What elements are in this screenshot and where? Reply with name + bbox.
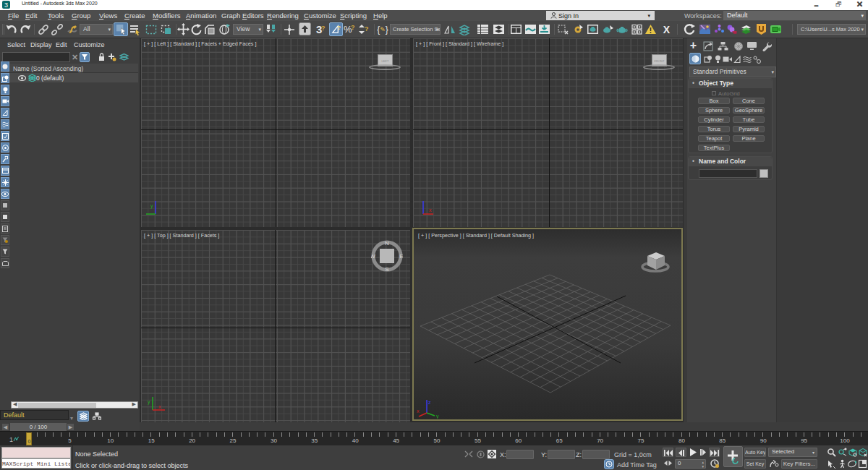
svg-text:1: 1 xyxy=(9,436,13,443)
svg-text:?: ? xyxy=(351,24,355,31)
svg-text:z: z xyxy=(428,400,431,405)
svg-text:?: ? xyxy=(365,25,369,33)
svg-text:y: y xyxy=(436,414,439,419)
svg-text:y: y xyxy=(148,399,150,405)
svg-text:3: 3 xyxy=(4,1,8,9)
svg-text:S: S xyxy=(385,266,388,272)
svg-text:x: x xyxy=(429,208,432,213)
svg-text:?: ? xyxy=(321,25,326,32)
svg-text:x: x xyxy=(417,409,420,414)
svg-text:N: N xyxy=(385,240,389,247)
svg-text:E: E xyxy=(399,253,403,260)
svg-text:x: x xyxy=(158,404,161,409)
svg-text:y: y xyxy=(150,203,153,209)
svg-text:W: W xyxy=(371,253,375,260)
svg-text:?: ? xyxy=(337,25,341,31)
